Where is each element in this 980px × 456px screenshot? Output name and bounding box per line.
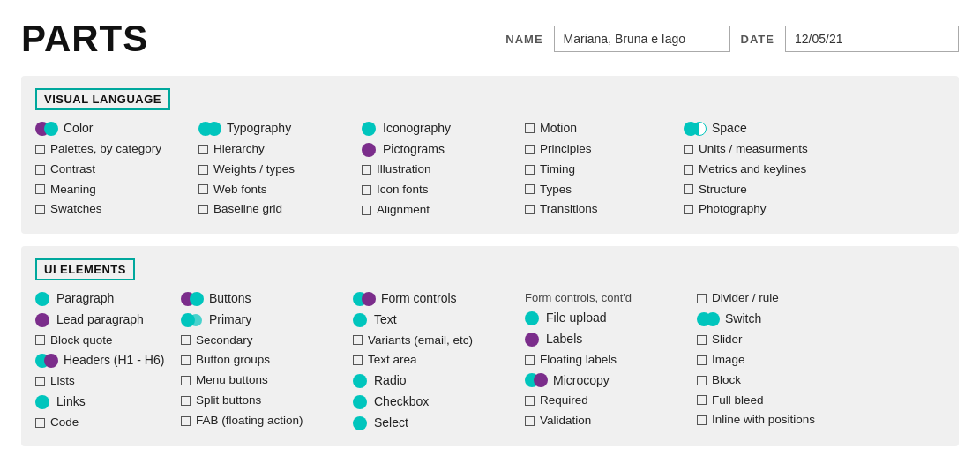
- list-item: Labels: [525, 330, 688, 349]
- checkbox-icon: [525, 355, 535, 365]
- name-input[interactable]: [554, 26, 730, 52]
- col-form-controls-cont: Form controls, cont'd File upload Labels…: [525, 289, 688, 432]
- dot-indicator: [35, 292, 49, 306]
- checkbox-icon: [181, 355, 191, 365]
- checkbox-icon: [525, 145, 535, 154]
- col-misc-elements: Divider / rule Switch Slider Image Block: [697, 289, 856, 432]
- checkbox-icon: [35, 145, 45, 154]
- checkbox-icon: [525, 416, 535, 426]
- checkbox-icon: [684, 184, 693, 194]
- ui-grid: Paragraph Lead paragraph Block quote Hea…: [35, 289, 945, 432]
- dot-indicator: [181, 312, 204, 328]
- list-item: Lead paragraph: [35, 310, 172, 330]
- list-item: Buttons: [181, 289, 344, 309]
- list-item: Contrast: [35, 161, 190, 179]
- col-motion: Motion Principles Timing Types Transitio…: [525, 119, 675, 220]
- list-item: Motion: [525, 119, 675, 138]
- dot-indicator: [697, 311, 720, 327]
- checkbox-icon: [35, 205, 45, 214]
- list-item: Palettes, by category: [35, 140, 190, 159]
- date-input[interactable]: [785, 26, 959, 52]
- list-item: Icon fonts: [362, 181, 516, 199]
- list-item: Lists: [35, 372, 172, 391]
- list-item: Inline with positions: [697, 411, 856, 430]
- checkbox-icon: [362, 206, 371, 215]
- checkbox-icon: [525, 396, 535, 406]
- list-item: Units / measurments: [684, 140, 869, 159]
- page-header: PARTS NAME DATE: [21, 18, 959, 60]
- list-item: Timing: [525, 161, 675, 179]
- col-form-controls: Form controls Text Variants (email, etc)…: [353, 289, 516, 432]
- list-item: Secondary: [181, 332, 344, 350]
- list-item: Meaning: [35, 181, 190, 199]
- list-item: Button groups: [181, 351, 344, 370]
- visual-language-section: VISUAL LANGUAGE Color Palettes, by categ…: [21, 76, 959, 234]
- list-item: Primary: [181, 310, 344, 330]
- list-item: Web fonts: [198, 181, 353, 199]
- list-item: Baseline grid: [198, 200, 353, 219]
- checkbox-icon: [35, 165, 45, 175]
- col-space: Space Units / measurments Metrics and ke…: [684, 119, 869, 220]
- list-item: Text area: [353, 351, 516, 370]
- checkbox-icon: [353, 355, 363, 365]
- list-item: Radio: [353, 371, 516, 391]
- list-item: Divider / rule: [697, 289, 856, 308]
- dot-indicator: [525, 372, 548, 388]
- list-item: Form controls: [353, 289, 516, 309]
- col-iconography: Iconography Pictograms Illustration Icon…: [362, 119, 516, 220]
- checkbox-icon: [353, 335, 363, 345]
- list-item: Validation: [525, 412, 688, 430]
- list-item: Full bleed: [697, 392, 856, 410]
- checkbox-icon: [362, 165, 371, 175]
- dot-indicator: [353, 374, 367, 388]
- list-item: Headers (H1 - H6): [35, 351, 172, 370]
- list-item: Metrics and keylines: [684, 161, 869, 179]
- visual-language-header: VISUAL LANGUAGE: [35, 88, 170, 110]
- checkbox-icon: [35, 184, 45, 194]
- checkbox-icon: [181, 396, 191, 406]
- list-item: Typography: [198, 119, 353, 138]
- dot-indicator: [35, 353, 58, 369]
- dot-indicator: [362, 143, 376, 157]
- list-item: Required: [525, 392, 688, 410]
- page-title: PARTS: [21, 18, 148, 60]
- list-item: Alignment: [362, 201, 516, 220]
- list-item: Checkbox: [353, 392, 516, 412]
- checkbox-icon: [684, 165, 693, 175]
- list-item: Hierarchy: [198, 140, 353, 159]
- checkbox-icon: [525, 165, 535, 175]
- checkbox-icon: [181, 416, 191, 426]
- list-item: Pictograms: [362, 140, 516, 160]
- list-item: Slider: [697, 331, 856, 349]
- list-item: Code: [35, 414, 172, 432]
- list-item: Block: [697, 371, 856, 390]
- checkbox-icon: [35, 335, 45, 345]
- dot-indicator: [684, 121, 707, 137]
- list-item: Switch: [697, 310, 856, 329]
- dot-half-icon: [692, 122, 707, 136]
- list-item: Paragraph: [35, 289, 172, 309]
- dot-indicator: [353, 416, 367, 430]
- list-item: Split buttons: [181, 392, 344, 410]
- ui-elements-section: UI ELEMENTS Paragraph Lead paragraph Blo…: [21, 246, 959, 446]
- checkbox-icon: [198, 165, 208, 175]
- ui-elements-header: UI ELEMENTS: [35, 258, 135, 280]
- list-item: Microcopy: [525, 371, 688, 391]
- checkbox-icon: [525, 184, 535, 194]
- dot-indicator: [198, 121, 221, 137]
- list-item: Weights / types: [198, 161, 353, 179]
- list-item: Structure: [684, 181, 869, 199]
- checkbox-icon: [697, 335, 707, 345]
- checkbox-icon: [198, 205, 208, 214]
- col-buttons: Buttons Primary Secondary Button groups …: [181, 289, 344, 432]
- checkbox-icon: [697, 376, 707, 385]
- checkbox-icon: [697, 415, 707, 425]
- checkbox-icon: [35, 377, 45, 386]
- checkbox-icon: [684, 145, 693, 154]
- dot-indicator: [353, 313, 367, 327]
- list-item: Image: [697, 351, 856, 370]
- header-fields: NAME DATE: [505, 26, 959, 52]
- list-item: Variants (email, etc): [353, 332, 516, 350]
- list-item: Menu buttons: [181, 371, 344, 390]
- dot-indicator: [362, 122, 376, 136]
